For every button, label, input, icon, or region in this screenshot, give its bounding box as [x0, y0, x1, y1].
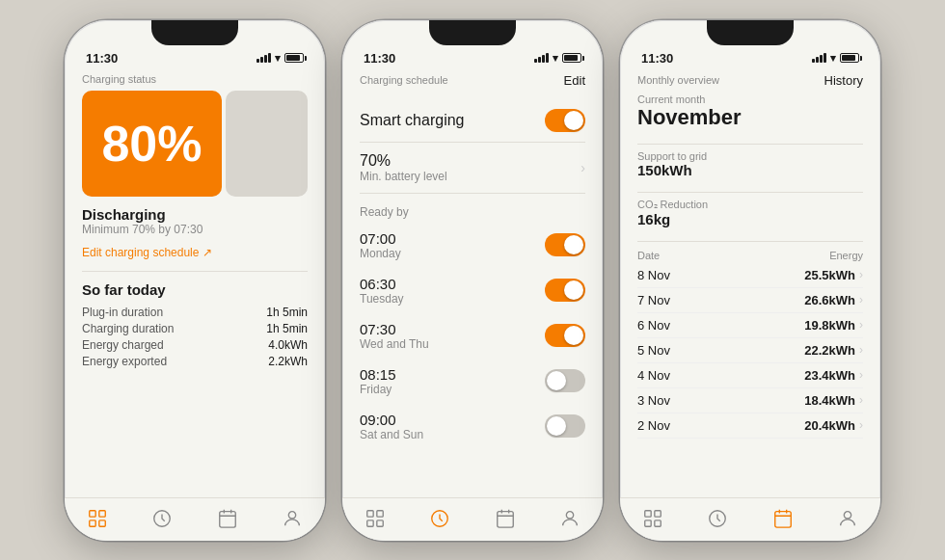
p3-month-label: Current month [637, 93, 863, 105]
notch-1 [151, 20, 238, 45]
stat-value-3: 2.2kWh [268, 355, 308, 368]
p3-history-link[interactable]: History [824, 73, 863, 88]
smart-charging-toggle[interactable] [545, 109, 585, 132]
schedule-info-0: 07:00 Monday [360, 230, 401, 260]
schedule-toggle-1[interactable] [545, 279, 585, 302]
stat-row-0: Plug-in duration 1h 5min [82, 306, 308, 319]
svg-point-29 [845, 511, 851, 518]
p1-edit-link[interactable]: Edit charging schedule ↗ [82, 246, 308, 259]
phone-3: 11:30 ▾ Monthly overview History [620, 20, 880, 541]
p3-co2-block: CO₂ Reduction 16kg [637, 199, 863, 227]
p2-edit-button[interactable]: Edit [564, 73, 585, 88]
stat-label-3: Energy exported [82, 355, 167, 368]
wifi-icon-3: ▾ [830, 52, 836, 65]
svg-rect-13 [377, 520, 383, 525]
p3-row-4[interactable]: 4 Nov 23.4kWh › [637, 363, 863, 388]
svg-rect-15 [498, 511, 514, 527]
tab-bar-2 [342, 497, 603, 541]
p2-min-battery-val: 70% [360, 152, 447, 170]
p1-content: Charging status 80% Discharging Minimum … [65, 69, 325, 497]
status-bar-1: 11:30 ▾ [65, 45, 325, 69]
wifi-icon: ▾ [275, 52, 281, 65]
tab-clock-3[interactable] [705, 506, 730, 531]
p3-co2-val: 16kg [637, 211, 863, 227]
schedule-info-3: 08:15 Friday [360, 366, 396, 396]
p3-divider-3 [637, 241, 863, 242]
p2-header-title: Charging schedule [360, 74, 448, 86]
schedule-toggle-3[interactable] [545, 369, 585, 392]
svg-point-9 [289, 511, 296, 518]
svg-rect-12 [367, 520, 373, 525]
tab-clock-2[interactable] [427, 506, 452, 531]
svg-rect-11 [377, 510, 383, 516]
tab-calendar-3[interactable] [770, 506, 796, 531]
wifi-icon-2: ▾ [553, 52, 558, 65]
tab-clock-1[interactable] [149, 506, 175, 531]
tab-person-3[interactable] [835, 506, 860, 531]
p1-percent: 80% [101, 115, 202, 173]
p3-row-1[interactable]: 7 Nov 26.6kWh › [637, 288, 863, 313]
p3-row-3[interactable]: 5 Nov 22.2kWh › [637, 338, 863, 363]
svg-rect-25 [775, 511, 792, 527]
schedule-row-0: 07:00 Monday [360, 223, 585, 268]
schedule-row-2: 07:30 Wed and Thu [360, 313, 585, 359]
svg-rect-1 [99, 510, 105, 516]
schedule-row-1: 06:30 Tuesday [360, 268, 585, 313]
schedule-info-2: 07:30 Wed and Thu [360, 321, 429, 351]
stat-value-0: 1h 5min [266, 306, 308, 319]
schedule-row-4: 09:00 Sat and Sun [360, 404, 585, 449]
p2-smart-charging-row: Smart charging [360, 99, 585, 143]
p3-row-6[interactable]: 2 Nov 20.4kWh › [637, 413, 863, 439]
tab-calendar-2[interactable] [493, 506, 518, 531]
p1-status: Discharging Minimum 70% by 07:30 [82, 206, 308, 236]
schedule-toggle-4[interactable] [545, 414, 585, 438]
p3-row-0[interactable]: 8 Nov 25.5kWh › [637, 263, 863, 288]
p3-month: November [637, 105, 863, 130]
p2-smart-charging-label: Smart charging [360, 112, 465, 129]
p1-status-label: Charging status [82, 73, 308, 85]
status-bar-3: 11:30 ▾ [620, 45, 880, 69]
chevron-6: › [859, 418, 863, 432]
status-icons-1: ▾ [256, 52, 304, 65]
stat-label-2: Energy charged [82, 338, 164, 352]
signal-icon-2 [534, 53, 549, 63]
schedule-toggle-0[interactable] [545, 233, 585, 256]
p1-stats: Plug-in duration 1h 5min Charging durati… [82, 306, 308, 368]
chevron-2: › [859, 318, 863, 332]
schedule-toggle-2[interactable] [545, 324, 585, 347]
p2-content: Charging schedule Edit Smart charging 70… [342, 69, 603, 497]
p2-min-battery-sub: Min. battery level [360, 170, 447, 183]
battery-icon-2 [562, 53, 581, 63]
stat-row-3: Energy exported 2.2kWh [82, 355, 308, 368]
notch-2 [429, 20, 516, 45]
p2-min-battery-row[interactable]: 70% Min. battery level › [360, 143, 585, 194]
chevron-right-icon: › [580, 160, 585, 175]
tab-person-2[interactable] [557, 506, 582, 531]
svg-rect-3 [99, 520, 105, 525]
tab-grid-2[interactable] [363, 506, 388, 531]
chevron-0: › [859, 268, 863, 281]
tab-grid-1[interactable] [85, 506, 110, 531]
stat-row-1: Charging duration 1h 5min [82, 322, 308, 335]
p1-status-sub: Minimum 70% by 07:30 [82, 223, 308, 236]
time-1: 11:30 [86, 51, 118, 66]
stat-value-2: 4.0kWh [268, 338, 308, 352]
tab-bar-3 [620, 497, 880, 541]
p1-status-title: Discharging [82, 206, 308, 223]
tab-bar-1 [65, 497, 325, 541]
p3-col-energy: Energy [829, 250, 863, 261]
svg-rect-20 [645, 510, 651, 516]
p3-divider-2 [637, 192, 863, 193]
p3-row-2[interactable]: 6 Nov 19.8kWh › [637, 313, 863, 338]
p1-battery-block: 80% [82, 91, 308, 197]
phones-container: 11:30 ▾ Charging status 80% [65, 20, 880, 541]
time-3: 11:30 [641, 51, 673, 66]
battery-icon [284, 53, 304, 63]
notch-3 [707, 20, 794, 45]
p3-row-5[interactable]: 3 Nov 18.4kWh › [637, 388, 863, 413]
tab-calendar-1[interactable] [215, 506, 240, 531]
p3-support-label: Support to grid [637, 150, 863, 162]
tab-person-1[interactable] [280, 506, 305, 531]
status-bar-2: 11:30 ▾ [342, 45, 603, 69]
tab-grid-3[interactable] [640, 506, 665, 531]
